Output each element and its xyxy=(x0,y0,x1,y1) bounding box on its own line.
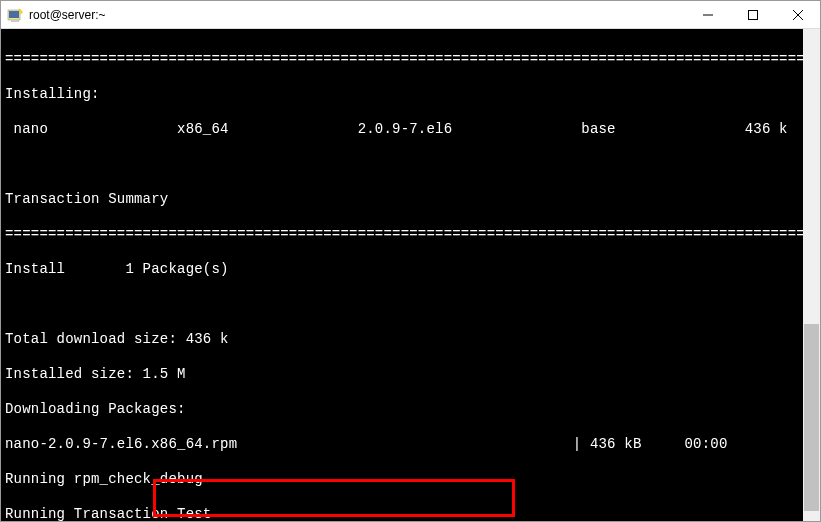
svg-rect-4 xyxy=(748,10,757,19)
putty-window: root@server:~ ==========================… xyxy=(0,0,821,522)
scrollbar-thumb[interactable] xyxy=(804,324,819,511)
window-title: root@server:~ xyxy=(29,8,685,22)
rpm-check: Running rpm_check_debug xyxy=(5,471,820,489)
terminal-area[interactable]: ========================================… xyxy=(1,29,820,521)
installed-size: Installed size: 1.5 M xyxy=(5,366,820,384)
scrollbar[interactable] xyxy=(803,29,820,521)
install-count: Install 1 Package(s) xyxy=(5,261,820,279)
trans-test: Running Transaction Test xyxy=(5,506,820,522)
package-row: nano x86_64 2.0.9-7.el6 base 436 k xyxy=(5,121,820,139)
installing-header: Installing: xyxy=(5,86,820,104)
maximize-button[interactable] xyxy=(730,1,775,29)
titlebar[interactable]: root@server:~ xyxy=(1,1,820,29)
rpm-line: nano-2.0.9-7.el6.x86_64.rpm | 436 kB 00:… xyxy=(5,436,820,454)
total-download: Total download size: 436 k xyxy=(5,331,820,349)
downloading: Downloading Packages: xyxy=(5,401,820,419)
window-controls xyxy=(685,1,820,29)
transaction-summary: Transaction Summary xyxy=(5,191,820,209)
divider: ========================================… xyxy=(5,51,820,69)
divider: ========================================… xyxy=(5,226,820,244)
svg-rect-2 xyxy=(11,20,19,22)
close-button[interactable] xyxy=(775,1,820,29)
minimize-button[interactable] xyxy=(685,1,730,29)
putty-icon xyxy=(7,7,23,23)
svg-rect-1 xyxy=(9,11,19,18)
